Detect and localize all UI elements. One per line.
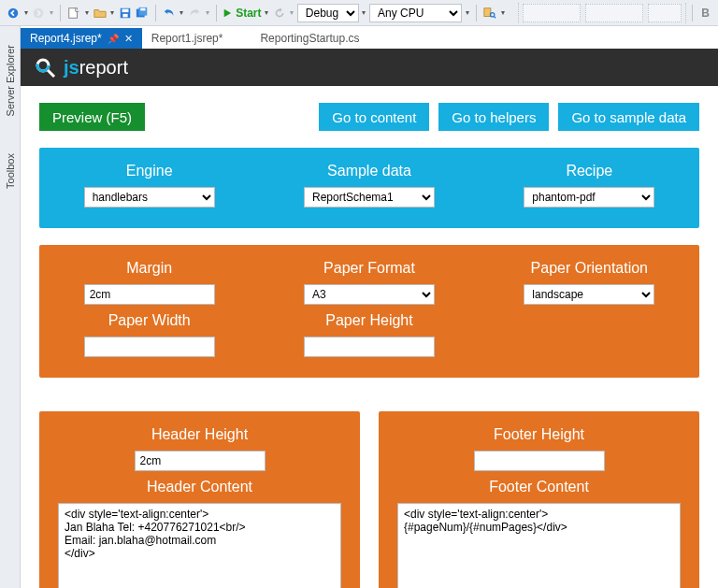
svg-line-11 <box>495 16 496 18</box>
tab-label: Report4.jsrep* <box>30 32 102 45</box>
vs-toolbar: ▾ ▾ ▾ ▾ ▾ ▾ Start ▾ ▾ Debug ▾ Any CPU ▾ … <box>0 0 718 26</box>
open-file-icon[interactable] <box>93 5 108 22</box>
nav-back-icon[interactable] <box>6 5 21 22</box>
recipe-label: Recipe <box>566 163 612 179</box>
engine-panel: Engine handlebars Sample data ReportSche… <box>39 148 699 228</box>
svg-rect-5 <box>122 13 127 17</box>
close-icon[interactable]: ✕ <box>124 33 133 45</box>
footer-content-textarea[interactable] <box>397 503 681 588</box>
header-content-textarea[interactable] <box>58 503 341 588</box>
nav-fwd-drop-icon[interactable]: ▾ <box>48 5 54 22</box>
redo-icon <box>187 5 202 22</box>
margin-label: Margin <box>126 260 172 277</box>
sampledata-label: Sample data <box>327 163 411 179</box>
undo-drop-icon[interactable]: ▾ <box>179 5 185 22</box>
svg-rect-4 <box>122 8 128 12</box>
paperheight-input[interactable] <box>304 337 435 357</box>
tab-label: ReportingStartup.cs <box>260 32 359 45</box>
find-icon[interactable] <box>482 5 497 22</box>
save-icon[interactable] <box>118 5 133 22</box>
engine-label: Engine <box>126 163 173 179</box>
new-item-icon[interactable] <box>66 5 81 22</box>
browser-refresh-drop-icon[interactable]: ▾ <box>289 5 295 22</box>
svg-point-10 <box>491 12 495 16</box>
solution-config-select[interactable]: Debug <box>297 4 359 22</box>
tab-reportingstartup[interactable]: ReportingStartup.cs <box>251 28 368 49</box>
brand-suffix: report <box>79 57 128 78</box>
svg-rect-8 <box>140 7 145 10</box>
preview-button[interactable]: Preview (F5) <box>39 103 145 131</box>
browser-refresh-icon[interactable] <box>272 5 287 22</box>
tab-label: Report1.jsrep* <box>151 32 223 45</box>
ghost-box <box>523 4 581 22</box>
open-file-drop-icon[interactable]: ▾ <box>109 5 116 22</box>
footer-panel: Footer Height Footer Content <box>379 411 699 588</box>
nav-back-drop-icon[interactable]: ▾ <box>22 5 29 22</box>
svg-line-14 <box>48 70 54 77</box>
platform-drop-icon[interactable]: ▾ <box>464 5 470 22</box>
sampledata-select[interactable]: ReportSchema1 <box>304 187 435 208</box>
brand-word: jsreport <box>64 57 128 79</box>
save-all-icon[interactable] <box>135 5 150 22</box>
header-panel: Header Height Header Content <box>39 411 360 588</box>
engine-select[interactable]: handlebars <box>84 187 215 208</box>
ghost-box <box>585 4 643 22</box>
paperformat-label: Paper Format <box>323 260 415 277</box>
separator <box>476 5 477 22</box>
paperheight-label: Paper Height <box>325 312 412 329</box>
brand-bar: jsreport <box>21 49 718 86</box>
pin-icon[interactable]: 📌 <box>108 34 119 44</box>
separator <box>155 5 156 22</box>
solution-platform-select[interactable]: Any CPU <box>369 4 462 22</box>
toolbox-tab[interactable]: Toolbox <box>5 153 16 189</box>
goto-sampledata-button[interactable]: Go to sample data <box>558 103 699 131</box>
document-tabs: Report4.jsrep* 📌 ✕ Report1.jsrep* Report… <box>21 26 718 49</box>
paperwidth-label: Paper Width <box>108 312 191 329</box>
nav-forward-icon <box>31 5 46 22</box>
bold-b-icon: B <box>698 7 712 20</box>
ghost-box <box>648 4 682 22</box>
header-height-label: Header Height <box>151 426 248 443</box>
orientation-label: Paper Orientation <box>531 260 648 277</box>
separator <box>60 5 61 22</box>
footer-height-input[interactable] <box>474 451 605 471</box>
recipe-select[interactable]: phantom-pdf <box>524 187 654 208</box>
footer-content-label: Footer Content <box>489 479 589 495</box>
header-height-input[interactable] <box>135 451 266 471</box>
find-drop-icon[interactable]: ▾ <box>499 5 506 22</box>
redo-drop-icon[interactable]: ▾ <box>204 5 210 22</box>
designer-scroll: Preview (F5) Go to content Go to helpers… <box>21 86 718 588</box>
jsreport-logo-icon <box>34 56 56 79</box>
start-label: Start <box>236 7 261 20</box>
tab-report1[interactable]: Report1.jsrep* <box>142 28 233 49</box>
side-tool-tabs: Server Explorer Toolbox <box>0 26 21 588</box>
margin-input[interactable] <box>84 284 215 305</box>
undo-icon[interactable] <box>162 5 177 22</box>
separator <box>692 5 693 22</box>
separator <box>216 5 217 22</box>
tab-report4[interactable]: Report4.jsrep* 📌 ✕ <box>21 28 142 49</box>
svg-point-0 <box>8 7 19 18</box>
header-content-label: Header Content <box>147 479 252 495</box>
action-row: Preview (F5) Go to content Go to helpers… <box>39 103 699 131</box>
paperformat-select[interactable]: A3 <box>304 284 435 305</box>
hf-row: Header Height Header Content Footer Heig… <box>39 394 699 588</box>
svg-point-1 <box>34 7 44 18</box>
goto-content-button[interactable]: Go to content <box>319 103 429 131</box>
start-debug-button[interactable]: Start <box>223 7 261 20</box>
quick-launch-area <box>518 3 686 23</box>
goto-helpers-button[interactable]: Go to helpers <box>438 103 549 131</box>
page-panel: Margin Paper Width Paper Format A3 Paper… <box>39 245 699 378</box>
editor-host: jsreport Preview (F5) Go to content Go t… <box>21 49 718 588</box>
server-explorer-tab[interactable]: Server Explorer <box>5 45 16 116</box>
orientation-select[interactable]: landscape <box>524 284 654 305</box>
footer-height-label: Footer Height <box>494 426 584 443</box>
paperwidth-input[interactable] <box>84 337 215 357</box>
config-drop-icon[interactable]: ▾ <box>361 5 367 22</box>
brand-prefix: js <box>64 57 79 78</box>
start-drop-icon[interactable]: ▾ <box>263 5 269 22</box>
new-item-drop-icon[interactable]: ▾ <box>83 5 90 22</box>
